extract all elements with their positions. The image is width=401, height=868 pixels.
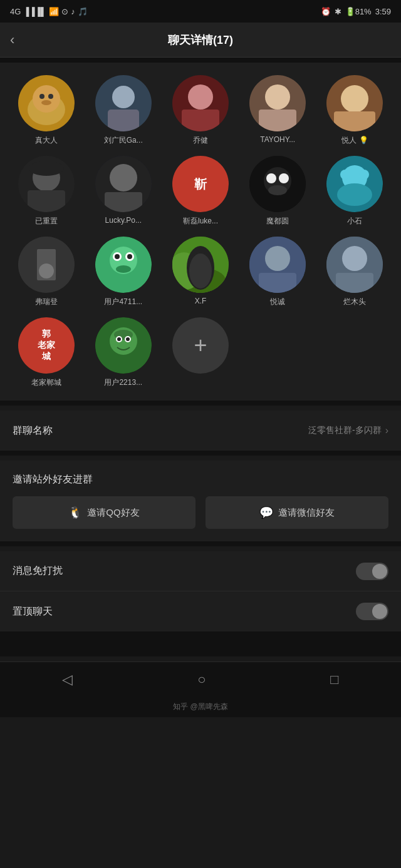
add-member-button[interactable]: + bbox=[172, 317, 229, 374]
nav-home-button[interactable]: ○ bbox=[197, 671, 206, 688]
member-avatar bbox=[95, 317, 152, 374]
svg-point-28 bbox=[359, 170, 369, 180]
divider-4 bbox=[0, 541, 401, 546]
svg-point-48 bbox=[342, 246, 367, 271]
member-avatar bbox=[18, 237, 75, 293]
svg-point-21 bbox=[266, 173, 276, 183]
svg-point-9 bbox=[265, 84, 290, 110]
svg-point-11 bbox=[341, 85, 368, 113]
svg-point-15 bbox=[29, 161, 64, 176]
member-name: 已重置 bbox=[35, 216, 58, 227]
member-avatar bbox=[18, 75, 75, 131]
svg-rect-18 bbox=[105, 192, 142, 212]
member-item[interactable]: 悦人 💡 bbox=[319, 75, 391, 146]
invite-section: 邀请站外好友进群 🐧 邀请QQ好友 💬 邀请微信好友 bbox=[0, 461, 401, 541]
svg-point-56 bbox=[126, 337, 130, 341]
member-item[interactable]: Lucky.Po... bbox=[87, 156, 159, 227]
member-name: 乔健 bbox=[193, 135, 208, 146]
member-avatar: 靳 bbox=[172, 156, 229, 212]
member-item[interactable]: 小石 bbox=[319, 156, 391, 227]
member-name: Lucky.Po... bbox=[105, 216, 142, 225]
no-disturb-toggle[interactable] bbox=[356, 563, 388, 580]
svg-point-38 bbox=[116, 265, 131, 273]
status-right: ⏰ ✱ 🔋81% 3:59 bbox=[321, 7, 391, 16]
back-button[interactable]: ‹ bbox=[10, 32, 14, 48]
member-avatar bbox=[172, 75, 229, 131]
member-avatar bbox=[95, 156, 152, 212]
member-item[interactable]: 真大人 bbox=[10, 75, 82, 146]
svg-point-37 bbox=[127, 254, 132, 259]
invite-qq-button[interactable]: 🐧 邀请QQ好友 bbox=[13, 496, 195, 529]
member-item[interactable]: X.F bbox=[164, 237, 236, 307]
svg-rect-6 bbox=[108, 110, 139, 131]
member-avatar bbox=[18, 156, 75, 212]
member-name: 弗瑞登 bbox=[35, 297, 58, 307]
svg-rect-8 bbox=[182, 110, 219, 131]
members-grid: 真大人刘广民Ga...乔健TAYOHY...悦人 💡已重置Lucky.Po...… bbox=[10, 75, 391, 388]
member-avatar bbox=[326, 156, 383, 212]
svg-point-26 bbox=[337, 183, 372, 206]
svg-point-36 bbox=[115, 254, 120, 259]
member-item[interactable]: TAYOHY... bbox=[242, 75, 314, 146]
group-name-row[interactable]: 群聊名称 泛零售社群-多闪群 › bbox=[0, 411, 401, 451]
divider-2 bbox=[0, 401, 401, 406]
svg-point-1 bbox=[33, 85, 60, 113]
member-item[interactable]: 用户2213... bbox=[87, 317, 159, 388]
svg-point-5 bbox=[112, 86, 135, 108]
member-item[interactable]: 乔健 bbox=[164, 75, 236, 146]
member-name: 烂木头 bbox=[343, 297, 366, 307]
divider-1 bbox=[0, 58, 401, 63]
member-item[interactable]: 靳靳磊luke... bbox=[164, 156, 236, 227]
member-avatar bbox=[326, 237, 383, 293]
svg-point-2 bbox=[39, 94, 44, 99]
member-avatar bbox=[95, 237, 152, 293]
status-bar: 4G ▐▐▐▌ 📶 ⊙ ♪ 🎵 ⏰ ✱ 🔋81% 3:59 bbox=[0, 0, 401, 23]
member-avatar bbox=[249, 75, 306, 131]
toggle-section: 消息免打扰 置顶聊天 bbox=[0, 551, 401, 631]
member-name: 用户2213... bbox=[104, 377, 142, 388]
invite-buttons: 🐧 邀请QQ好友 💬 邀请微信好友 bbox=[13, 496, 388, 529]
members-section: 真大人刘广民Ga...乔健TAYOHY...悦人 💡已重置Lucky.Po...… bbox=[0, 63, 401, 401]
group-name-label: 群聊名称 bbox=[13, 424, 53, 437]
group-name-value: 泛零售社群-多闪群 › bbox=[308, 425, 388, 436]
svg-point-27 bbox=[340, 170, 350, 180]
member-name: 真大人 bbox=[35, 135, 58, 146]
nav-recent-button[interactable]: □ bbox=[330, 671, 338, 688]
svg-rect-12 bbox=[334, 111, 375, 131]
member-name: 小石 bbox=[347, 216, 362, 227]
no-disturb-row: 消息免打扰 bbox=[0, 551, 401, 591]
member-name: 悦人 💡 bbox=[341, 135, 368, 146]
no-disturb-label: 消息免打扰 bbox=[13, 564, 63, 578]
chevron-right-icon: › bbox=[385, 425, 388, 436]
svg-point-45 bbox=[265, 246, 290, 271]
member-item[interactable]: 魔都圆 bbox=[242, 156, 314, 227]
member-item[interactable]: 郭老家城老家郸城 bbox=[10, 317, 82, 388]
member-item[interactable]: 用户4711... bbox=[87, 237, 159, 307]
member-item[interactable]: 弗瑞登 bbox=[10, 237, 82, 307]
member-name: 悦诚 bbox=[270, 297, 285, 307]
member-item[interactable]: 刘广民Ga... bbox=[87, 75, 159, 146]
qq-icon: 🐧 bbox=[68, 506, 82, 519]
svg-point-31 bbox=[39, 263, 54, 278]
divider-3 bbox=[0, 451, 401, 456]
svg-point-17 bbox=[110, 164, 137, 191]
member-name: 靳磊luke... bbox=[183, 216, 218, 227]
watermark: 知乎 @黑啤先森 bbox=[0, 697, 401, 717]
member-avatar bbox=[326, 75, 383, 131]
svg-point-4 bbox=[41, 100, 51, 105]
header: ‹ 聊天详情(17) bbox=[0, 23, 401, 58]
add-member-item[interactable]: + bbox=[164, 317, 236, 388]
pin-chat-row: 置顶聊天 bbox=[0, 591, 401, 631]
member-item[interactable]: 悦诚 bbox=[242, 237, 314, 307]
pin-chat-label: 置顶聊天 bbox=[13, 605, 53, 618]
member-item[interactable]: 烂木头 bbox=[319, 237, 391, 307]
invite-wechat-button[interactable]: 💬 邀请微信好友 bbox=[206, 496, 388, 529]
svg-point-22 bbox=[279, 173, 289, 183]
nav-back-button[interactable]: ◁ bbox=[62, 671, 73, 688]
pin-chat-toggle[interactable] bbox=[356, 603, 388, 620]
svg-rect-14 bbox=[28, 190, 65, 212]
member-name: X.F bbox=[195, 297, 207, 305]
member-item[interactable]: 已重置 bbox=[10, 156, 82, 227]
member-avatar bbox=[95, 75, 152, 131]
bottom-nav: ◁ ○ □ bbox=[0, 661, 401, 697]
